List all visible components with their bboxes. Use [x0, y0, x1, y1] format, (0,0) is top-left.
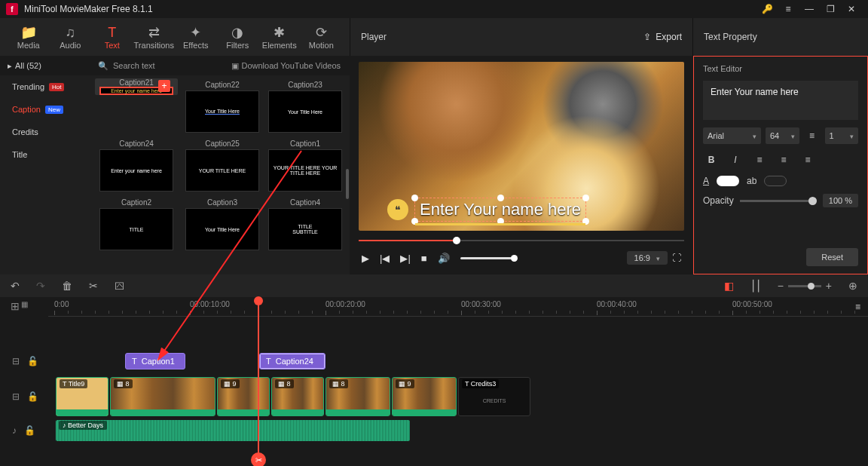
toolbar-media-button[interactable]: 📁Media — [8, 18, 50, 56]
thumb-caption24[interactable]: Caption24 Enter your name here — [95, 137, 178, 192]
thumb-label: Caption2 — [121, 196, 151, 208]
text-color-swatch[interactable] — [717, 176, 739, 186]
caption-overlay[interactable]: ❝ Enter Your name here — [387, 198, 586, 222]
caption-text[interactable]: Enter Your name here — [414, 198, 586, 222]
snap-icon[interactable]: ⎮⎮ — [750, 280, 761, 292]
toolbar-elements-button[interactable]: ✱Elements — [258, 18, 301, 56]
thumb-caption2[interactable]: Caption2 TITLE — [95, 196, 178, 250]
thumb-caption3[interactable]: Caption3 Your Title Here — [184, 196, 261, 250]
volume-icon[interactable]: 🔊 — [438, 253, 450, 264]
sidebar-item-trending[interactable]: TrendingHot — [0, 75, 89, 98]
thumb-caption25[interactable]: Caption25 YOUR TITLE HERE — [184, 137, 261, 192]
thumb-caption1[interactable]: Caption1 YOUR TITLE HERE YOUR TITLE HERE — [267, 137, 344, 192]
size-select[interactable]: 64 — [766, 127, 799, 144]
lock-icon[interactable]: 🔓 — [27, 356, 38, 366]
marker-icon[interactable]: ◧ — [724, 280, 734, 292]
video-clip[interactable]: ▦ 8 — [271, 377, 324, 416]
resize-handle[interactable] — [411, 195, 418, 201]
thumb-caption23[interactable]: Caption23 Your Title Here — [267, 78, 344, 133]
timeline-ruler[interactable]: 0:0000:00:10:0000:00:20:0000:00:30:0000:… — [48, 297, 868, 317]
export-button[interactable]: ⇪ Export — [643, 32, 682, 42]
video-clip[interactable]: ▦ 9 — [217, 377, 270, 416]
add-icon[interactable]: + — [158, 80, 170, 92]
thumb-caption21[interactable]: Caption21 Enter your name here+ — [95, 78, 178, 95]
video-clip[interactable]: T Title9 — [56, 377, 108, 416]
text-clip[interactable]: TCaption1 — [125, 353, 185, 369]
playhead-split-icon[interactable]: ✂ — [251, 452, 266, 466]
license-key-icon[interactable]: 🔑 — [756, 0, 778, 18]
redo-button[interactable]: ↷ — [36, 280, 45, 292]
seek-knob[interactable] — [453, 237, 460, 244]
category-sidebar: ▸ All (52) TrendingHotCaptionNewCreditsT… — [0, 56, 89, 274]
toolbar-motion-button[interactable]: ⟳Motion — [301, 18, 343, 56]
sidebar-all[interactable]: ▸ All (52) — [0, 56, 89, 75]
sidebar-item-title[interactable]: Title — [0, 143, 89, 166]
sidebar-item-caption[interactable]: CaptionNew — [0, 98, 89, 121]
playhead[interactable]: ✂ — [258, 297, 259, 466]
prev-frame-button[interactable]: |◀ — [380, 253, 390, 264]
italic-button[interactable]: I — [727, 152, 744, 168]
split-button[interactable]: ✂ — [89, 280, 98, 292]
toolbar-text-button[interactable]: TText — [91, 18, 133, 56]
aspect-select[interactable]: 16:9 — [627, 251, 668, 265]
audio-clip[interactable]: ♪ Better Days — [56, 420, 410, 441]
close-icon[interactable]: ✕ — [841, 0, 862, 18]
undo-button[interactable]: ↶ — [11, 280, 20, 292]
thumb-caption4[interactable]: Caption4 TITLESUBTITLE — [267, 196, 344, 250]
elements-icon: ✱ — [274, 24, 285, 41]
lock-icon[interactable]: 🔓 — [24, 425, 35, 436]
sidebar-item-credits[interactable]: Credits — [0, 121, 89, 143]
toolbar-audio-button[interactable]: ♫Audio — [50, 18, 92, 56]
library-scrollbar[interactable] — [346, 169, 349, 199]
download-youtube-link[interactable]: ▣ Download YouTube Videos — [231, 61, 341, 71]
align-center-button[interactable]: ≡ — [775, 152, 792, 168]
video-clip[interactable]: ▦ 8 — [110, 377, 215, 416]
add-track-button[interactable]: ⊞▦ — [11, 300, 28, 312]
toolbar-filters-button[interactable]: ◑Filters — [217, 18, 259, 56]
menu-icon[interactable]: ≡ — [778, 0, 799, 18]
resize-handle[interactable] — [582, 195, 589, 201]
align-right-button[interactable]: ≡ — [799, 152, 816, 168]
lock-icon[interactable]: 🔓 — [27, 391, 38, 402]
track-type-icon: ⊟ — [12, 356, 20, 366]
credits-clip[interactable]: T Credits3CREDITS — [458, 377, 530, 416]
align-left-button[interactable]: ≡ — [751, 152, 768, 168]
zoom-fit-button[interactable]: ⊕ — [848, 280, 857, 292]
reset-button[interactable]: Reset — [806, 248, 858, 266]
zoom-out-button[interactable]: − — [778, 280, 784, 292]
thumb-preview: Enter your name here+ — [99, 87, 173, 95]
crop-button[interactable]: ⮹ — [115, 280, 125, 292]
delete-button[interactable]: 🗑 — [62, 280, 72, 292]
thumb-caption22[interactable]: Caption22 Your Title Here — [184, 78, 261, 133]
thumb-preview: Your Title Here — [185, 208, 259, 250]
minimize-icon[interactable]: — — [799, 0, 820, 18]
text-clip[interactable]: TCaption24 — [259, 353, 326, 369]
search-input[interactable]: 🔍 Search text — [98, 61, 231, 71]
seek-bar[interactable] — [359, 234, 684, 247]
maximize-icon[interactable]: ❐ — [820, 0, 841, 18]
toolbar-effects-button[interactable]: ✦Effects — [175, 18, 217, 56]
video-preview[interactable]: ❝ Enter Your name here — [359, 62, 684, 231]
resize-handle[interactable] — [497, 195, 504, 201]
next-frame-button[interactable]: ▶| — [400, 253, 410, 264]
line-select[interactable]: 1 — [825, 127, 859, 144]
timeline-toolbar: ↶ ↷ 🗑 ✂ ⮹ ◧ ⎮⎮ − + ⊕ — [0, 274, 868, 297]
zoom-in-button[interactable]: + — [826, 280, 832, 292]
zoom-slider[interactable] — [788, 285, 821, 287]
play-button[interactable]: ▶ — [362, 253, 369, 264]
text-content-input[interactable]: Enter Your name here — [703, 81, 858, 120]
volume-slider[interactable] — [460, 257, 515, 259]
fullscreen-icon[interactable]: ⛶ — [672, 253, 681, 263]
opacity-slider[interactable] — [740, 200, 817, 202]
font-select[interactable]: Arial — [703, 127, 761, 144]
bold-button[interactable]: B — [703, 152, 720, 168]
video-clip[interactable]: ▦ 8 — [326, 377, 390, 416]
zoom-control: − + — [778, 280, 832, 292]
thumb-preview: Your Title Here — [185, 90, 259, 133]
toolbar-transitions-button[interactable]: ⇄Transitions — [133, 18, 176, 56]
highlight-color-swatch[interactable] — [764, 176, 787, 186]
timeline: ⊞▦ ≡ 0:0000:00:10:0000:00:20:0000:00:30:… — [0, 297, 868, 466]
text-color-label: A — [703, 176, 709, 186]
stop-button[interactable]: ■ — [421, 253, 427, 264]
video-clip[interactable]: ▦ 9 — [392, 377, 457, 416]
